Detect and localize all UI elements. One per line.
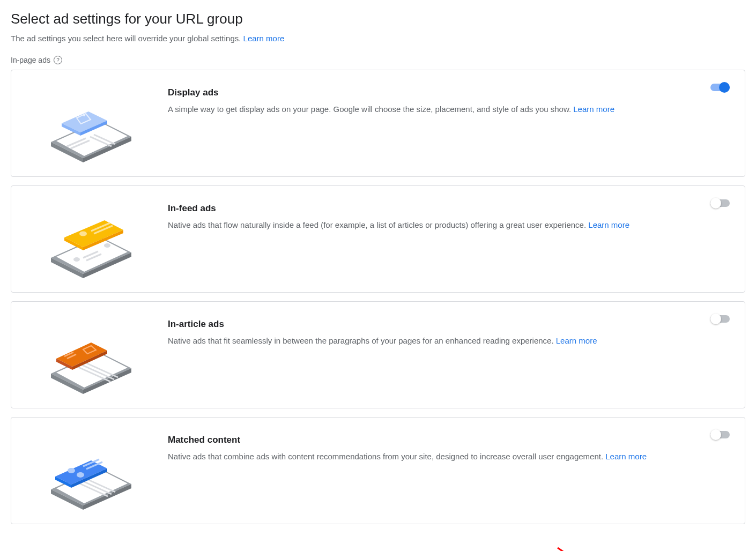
ad-description-text: A simple way to get display ads on your … — [168, 105, 573, 114]
page-subtitle: The ad settings you select here will ove… — [11, 34, 745, 43]
ad-description-text: Native ads that flow naturally inside a … — [168, 220, 588, 229]
svg-point-16 — [73, 257, 80, 262]
ad-description-text: Native ads that fit seamlessly in betwee… — [168, 336, 556, 345]
illustration-matched-content — [24, 430, 153, 511]
svg-point-17 — [104, 243, 110, 248]
ad-title: In-article ads — [168, 319, 730, 330]
ad-description: Native ads that flow naturally inside a … — [168, 219, 730, 232]
svg-point-23 — [79, 232, 87, 236]
ad-description: Native ads that combine ads with content… — [168, 451, 730, 463]
toggle-in-feed-ads[interactable] — [710, 198, 730, 209]
ad-content: Matched content Native ads that combine … — [168, 430, 730, 463]
ad-title: In-feed ads — [168, 203, 730, 214]
subtitle-text: The ad settings you select here will ove… — [11, 34, 243, 43]
svg-point-49 — [77, 472, 84, 478]
help-icon[interactable]: ? — [54, 56, 62, 64]
illustration-display-ads — [24, 83, 153, 163]
ad-card-in-feed-ads: In-feed ads Native ads that flow natural… — [11, 185, 745, 293]
ad-description: A simple way to get display ads on your … — [168, 103, 730, 116]
svg-point-11 — [83, 114, 85, 116]
ad-learn-more-link[interactable]: Learn more — [556, 336, 597, 345]
ad-description-text: Native ads that combine ads with content… — [168, 452, 605, 461]
ad-content: In-article ads Native ads that fit seaml… — [168, 315, 730, 347]
illustration-in-article-ads — [24, 315, 153, 395]
illustration-in-feed-ads — [24, 199, 153, 279]
ad-description: Native ads that fit seamlessly in betwee… — [168, 335, 730, 347]
page-title: Select ad settings for your URL group — [11, 11, 745, 27]
toggle-display-ads[interactable] — [710, 82, 730, 93]
section-label: In-page ads ? — [11, 56, 745, 64]
ad-card-matched-content: Matched content Native ads that combine … — [11, 417, 745, 524]
subtitle-learn-more-link[interactable]: Learn more — [243, 34, 285, 43]
toggle-in-article-ads[interactable] — [710, 314, 730, 324]
section-label-text: In-page ads — [11, 56, 50, 64]
ad-learn-more-link[interactable]: Learn more — [588, 220, 629, 229]
ad-content: In-feed ads Native ads that flow natural… — [168, 199, 730, 232]
ad-title: Matched content — [168, 435, 730, 445]
svg-point-48 — [68, 468, 75, 473]
ad-card-display-ads: Display ads A simple way to get display … — [11, 70, 745, 177]
ad-card-in-article-ads: In-article ads Native ads that fit seaml… — [11, 301, 745, 408]
ad-learn-more-link[interactable]: Learn more — [573, 105, 614, 114]
ad-title: Display ads — [168, 87, 730, 98]
ad-learn-more-link[interactable]: Learn more — [605, 452, 647, 461]
ad-content: Display ads A simple way to get display … — [168, 83, 730, 116]
toggle-matched-content[interactable] — [710, 429, 730, 440]
ad-cards-container: Display ads A simple way to get display … — [11, 70, 745, 524]
